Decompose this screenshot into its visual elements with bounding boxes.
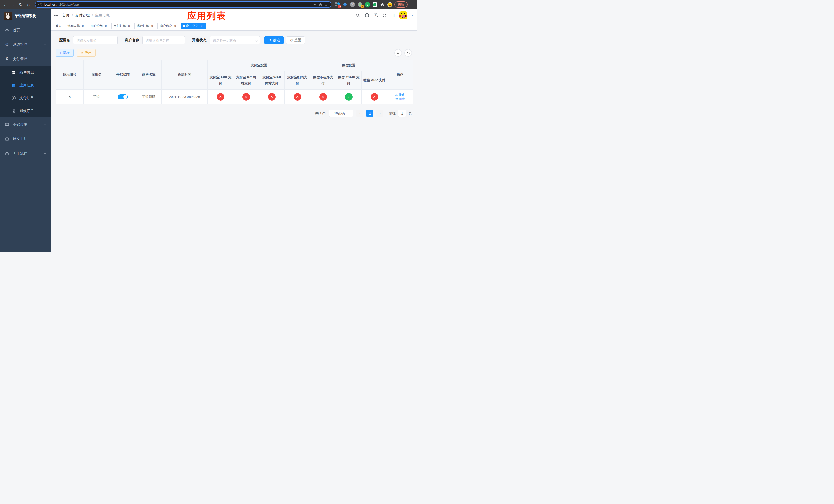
close-icon[interactable]: ×	[104, 24, 108, 28]
sidebar-item-workflow[interactable]: 工作流程	[0, 146, 50, 160]
toggle-search-button[interactable]	[394, 49, 402, 56]
breadcrumb-home[interactable]: 首页	[62, 13, 69, 18]
merchant-name-input[interactable]	[142, 36, 185, 44]
chrome-menu-icon[interactable]: ⋮	[410, 2, 414, 7]
breadcrumb-payment[interactable]: 支付管理	[75, 13, 89, 18]
sidebar-item-app-info[interactable]: 应用信息	[0, 79, 50, 92]
reset-icon: ↺	[290, 39, 293, 42]
extensions-puzzle-icon[interactable]	[379, 2, 385, 7]
briefcase-icon	[5, 137, 9, 141]
tab-merchant-info[interactable]: 商户信息 ×	[157, 23, 179, 29]
font-size-icon[interactable]: TT	[391, 13, 395, 18]
browser-chrome: ← → ↻ ⌂ i localhost :1024/pay/app ☆ 10 ⌘…	[0, 0, 417, 9]
close-icon[interactable]: ×	[150, 24, 154, 28]
password-key-icon[interactable]	[312, 2, 316, 7]
url-bar[interactable]: i localhost :1024/pay/app ☆	[35, 1, 331, 8]
sidebar-item-system[interactable]: ⚙ 系统管理	[0, 38, 50, 52]
current-page-button[interactable]: 1	[367, 110, 373, 117]
tab-process-form[interactable]: 流程表单 ×	[65, 23, 87, 29]
refresh-table-button[interactable]	[404, 49, 412, 56]
status-select[interactable]	[210, 36, 260, 44]
edit-link[interactable]: 修改	[395, 93, 405, 97]
help-icon[interactable]: ?	[374, 13, 378, 18]
app-name-label: 应用名	[59, 38, 70, 43]
cell-created: 2021-10-23 08:49:25	[161, 90, 208, 104]
next-page-button[interactable]: ›	[376, 110, 383, 117]
add-button[interactable]: + 新增	[56, 49, 73, 56]
profile-avatar-icon[interactable]	[387, 2, 392, 7]
apps-table: 应用编号 应用名 开启状态 商户名称 创建时间 支付宝配置 微信配置 操作 支付…	[56, 60, 413, 104]
wx-app-status-icon: ✕	[371, 93, 378, 101]
tab-app-info[interactable]: 应用信息 ×	[180, 23, 206, 29]
close-icon[interactable]: ×	[81, 24, 85, 28]
active-dot-icon	[183, 25, 185, 27]
status-toggle[interactable]	[118, 94, 128, 99]
sidebar-item-pay-order[interactable]: ¥ 支付订单	[0, 92, 50, 105]
goto-suffix: 页	[409, 111, 412, 116]
sidebar-item-devtools[interactable]: 研发工具	[0, 132, 50, 146]
payment-submenu: 商户信息 应用信息 ¥ 支付订单 退款订单	[0, 66, 50, 117]
ext-session-icon[interactable]: 1	[357, 2, 363, 7]
top-navbar: 首页 / 支付管理 / 应用信息 应用列表 ? TT	[50, 9, 417, 22]
close-icon[interactable]: ×	[127, 24, 131, 28]
ext-grid-icon[interactable]: 10	[335, 2, 340, 7]
col-created: 创建时间	[161, 60, 208, 90]
sidebar-item-payment[interactable]: ¥ 支付管理	[0, 52, 50, 66]
col-alipay-app: 支付宝 APP 支付	[208, 71, 233, 90]
sidebar-item-merchant-info[interactable]: 商户信息	[0, 66, 50, 79]
share-icon[interactable]	[319, 3, 322, 7]
store-icon	[11, 70, 16, 75]
goto-page-input[interactable]	[398, 110, 407, 117]
ext-command-icon[interactable]: ⌘	[350, 2, 355, 7]
app-name-input[interactable]	[73, 36, 118, 44]
sidebar-collapse-icon[interactable]	[53, 13, 59, 18]
cell-app-name: 芋道	[84, 90, 110, 104]
col-alipay-qr: 支付宝扫码支付	[285, 71, 310, 90]
tab-user-group[interactable]: 用户分组 ×	[88, 23, 110, 29]
page-title-annotation: 应用列表	[187, 10, 226, 22]
ext-chat-icon[interactable]	[372, 2, 377, 7]
reset-button[interactable]: ↺ 重置	[286, 37, 305, 44]
search-icon[interactable]	[355, 13, 360, 18]
col-app-id: 应用编号	[56, 60, 84, 90]
refresh-icon[interactable]: ↻	[18, 2, 24, 7]
site-info-icon[interactable]: i	[39, 3, 42, 6]
wx-mini-status-icon: ✕	[319, 93, 327, 101]
close-icon[interactable]: ×	[173, 24, 177, 28]
alipay-pc-status-icon: ✕	[242, 93, 250, 101]
ext-kite-icon[interactable]	[343, 2, 348, 7]
tab-pay-order[interactable]: 支付订单 ×	[111, 23, 133, 29]
ext-grid-badge: 10	[338, 5, 341, 8]
sidebar-item-refund-order[interactable]: 退款订单	[0, 105, 50, 117]
chevron-down-icon	[44, 123, 46, 125]
search-button[interactable]: 搜索	[264, 37, 284, 44]
sidebar-item-infrastructure[interactable]: 基础设施	[0, 117, 50, 132]
prev-page-button[interactable]: ‹	[356, 110, 364, 117]
fullscreen-icon[interactable]	[382, 13, 387, 18]
pagination: 共 1 条 ‹ 1 › 前往 页	[56, 110, 412, 117]
ext-y-icon[interactable]: y	[365, 2, 370, 7]
back-icon[interactable]: ←	[3, 2, 8, 7]
home-icon[interactable]: ⌂	[26, 2, 31, 7]
chrome-update-button[interactable]: 更新	[394, 1, 408, 8]
github-icon[interactable]	[365, 13, 370, 18]
group-wechat: 微信配置	[310, 60, 387, 71]
delete-link[interactable]: 删除	[395, 97, 405, 101]
yen-circle-icon: ¥	[11, 96, 16, 100]
avatar-caret-icon[interactable]: ▾	[411, 14, 413, 17]
user-avatar[interactable]	[399, 11, 407, 19]
monitor-icon	[5, 122, 9, 127]
merchant-name-label: 商户名称	[125, 38, 139, 43]
close-icon[interactable]: ×	[200, 24, 203, 28]
bookmark-star-icon[interactable]: ☆	[324, 2, 328, 7]
col-merchant: 商户名称	[136, 60, 161, 90]
tab-home[interactable]: 首页	[53, 23, 64, 29]
alipay-app-status-icon: ✕	[217, 93, 224, 101]
sidebar-item-home[interactable]: 首页	[0, 23, 50, 38]
page-size-select[interactable]	[329, 110, 353, 117]
forward-icon[interactable]: →	[10, 2, 16, 7]
export-button[interactable]: 导出	[77, 49, 96, 56]
tab-refund-order[interactable]: 退款订单 ×	[134, 23, 156, 29]
filter-form: 应用名 商户名称 开启状态 搜索 ↺ 重置	[59, 36, 412, 44]
sidebar-logo[interactable]: 芋道管理系统	[0, 9, 50, 23]
